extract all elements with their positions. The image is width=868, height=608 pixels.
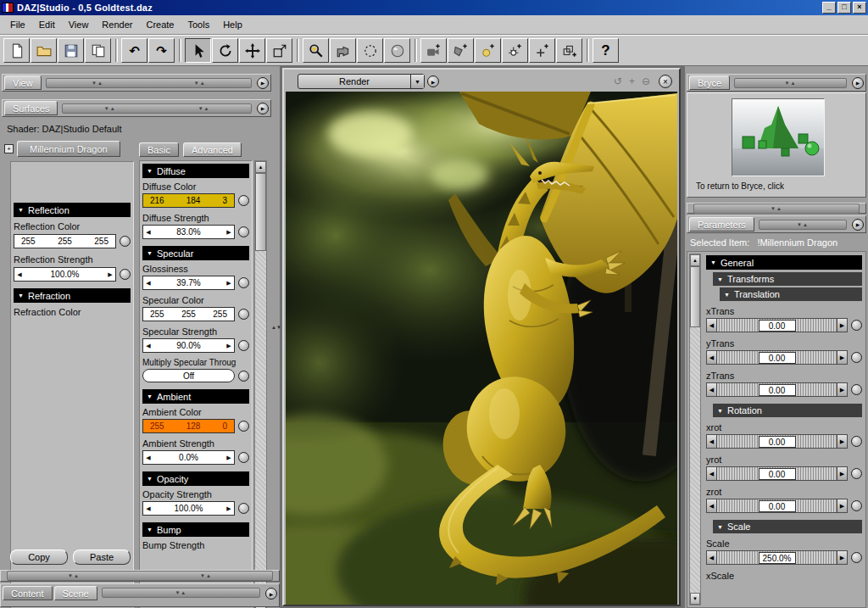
ambient-section-header[interactable]: ▼ Ambient	[142, 389, 249, 404]
primitive-sphere-tool-button[interactable]	[384, 38, 410, 63]
rotation-section-header[interactable]: ▼ Rotation	[713, 404, 862, 417]
specular-color-swatch[interactable]: 255 255 255	[142, 307, 235, 321]
slider-left-icon[interactable]: ◀	[706, 350, 717, 365]
scrollbar-thumb[interactable]	[255, 173, 266, 251]
scale-section-header[interactable]: ▼ Scale	[713, 520, 862, 533]
slider-right-icon[interactable]: ▶	[837, 434, 848, 449]
create-point-light-button[interactable]	[502, 38, 528, 63]
new-scene-button[interactable]	[3, 38, 30, 63]
copy-surface-button[interactable]: Copy	[10, 549, 68, 565]
parameters-panel-arrow-button[interactable]: ▶	[852, 219, 864, 231]
opacity-strength-slider[interactable]: ◀ 100.0% ▶	[142, 501, 235, 516]
node-selection-tool-button[interactable]	[185, 38, 211, 63]
lasso-tool-button[interactable]	[357, 38, 383, 63]
ambient-strength-slider[interactable]: ◀ 0.0% ▶	[142, 450, 235, 465]
scroll-up-icon[interactable]: ▲	[690, 254, 700, 266]
tab-advanced[interactable]: Advanced	[183, 142, 242, 157]
menu-help[interactable]: Help	[216, 17, 249, 32]
menu-file[interactable]: File	[3, 17, 32, 32]
ambient-strength-options-button[interactable]	[238, 452, 249, 463]
rotate-tool-button[interactable]	[212, 38, 238, 63]
panel-splitter-handle[interactable]: ▲▼	[271, 326, 278, 330]
slider-right-icon[interactable]: ▶	[224, 455, 234, 461]
maximize-button[interactable]: □	[837, 2, 851, 14]
slider-track[interactable]: 0.00	[717, 466, 837, 481]
parameters-panel-grip[interactable]: ▼▲	[759, 220, 847, 230]
zrot-slider[interactable]: ◀ 0.00 ▶	[706, 499, 862, 513]
slider-right-icon[interactable]: ▶	[105, 271, 115, 278]
menu-view[interactable]: View	[62, 17, 96, 32]
surfaces-panel-grip[interactable]: ▼▲ ▼▲	[62, 103, 252, 114]
tab-view[interactable]: View	[4, 75, 42, 90]
slider-right-icon[interactable]: ▶	[837, 350, 848, 365]
redo-button[interactable]: ↷	[148, 38, 175, 63]
slider-left-icon[interactable]: ◀	[706, 382, 717, 397]
reflection-strength-slider[interactable]: ◀ 100.0% ▶	[14, 267, 116, 282]
open-scene-button[interactable]	[31, 38, 57, 63]
bottom-grip[interactable]: ▼▲ ▼▲	[7, 571, 273, 581]
diffuse-strength-options-button[interactable]	[238, 226, 249, 237]
refraction-section-header[interactable]: ▼ Refraction	[14, 288, 131, 303]
general-section-header[interactable]: ▼ General	[706, 255, 862, 270]
ytrans-options-button[interactable]	[851, 352, 862, 363]
slider-track[interactable]: 0.00	[717, 350, 837, 365]
create-group-button[interactable]	[556, 38, 582, 63]
bryce-thumbnail[interactable]	[732, 98, 825, 176]
ytrans-slider[interactable]: ◀ 0.00 ▶	[706, 350, 862, 365]
translate-tool-button[interactable]	[239, 38, 265, 63]
menu-edit[interactable]: Edit	[32, 17, 62, 32]
close-button[interactable]: ×	[853, 2, 866, 14]
zrot-options-button[interactable]	[851, 500, 862, 511]
create-null-button[interactable]	[529, 38, 555, 63]
tab-parameters[interactable]: Parameters	[689, 217, 754, 231]
specular-section-header[interactable]: ▼ Specular	[142, 246, 249, 260]
menu-tools[interactable]: Tools	[181, 17, 216, 32]
slider-track[interactable]: 0.00	[717, 434, 837, 449]
opacity-strength-options-button[interactable]	[238, 503, 249, 514]
xtrans-slider[interactable]: ◀ 0.00 ▶	[706, 318, 862, 332]
tab-surfaces[interactable]: Surfaces	[4, 101, 58, 115]
slider-right-icon[interactable]: ▶	[837, 550, 848, 565]
copy-button[interactable]	[85, 38, 111, 63]
params-grip[interactable]: ▼▲	[693, 204, 860, 214]
view-mode-combo[interactable]: Render ▼	[298, 74, 425, 89]
slider-track[interactable]: 0.00	[717, 499, 837, 513]
slider-left-icon[interactable]: ◀	[143, 343, 153, 349]
menu-create[interactable]: Create	[139, 17, 181, 32]
bryce-panel-arrow-button[interactable]: ▶	[852, 77, 864, 89]
reflection-color-swatch[interactable]: 255 255 255	[14, 234, 116, 248]
ambient-color-swatch[interactable]: 255 128 0	[142, 419, 235, 433]
diffuse-color-swatch[interactable]: 216 184 3	[142, 193, 235, 208]
slider-right-icon[interactable]: ▶	[224, 343, 234, 349]
multiply-specular-options-button[interactable]	[238, 371, 249, 382]
specular-strength-options-button[interactable]	[238, 340, 249, 351]
view-panel-arrow-button[interactable]: ▶	[257, 77, 269, 89]
slider-right-icon[interactable]: ▶	[837, 382, 848, 397]
bottom-tabs-grip[interactable]: ▼▲	[102, 588, 260, 598]
minimize-button[interactable]: _	[822, 2, 836, 14]
bryce-panel-grip[interactable]: ▼▲	[734, 78, 847, 88]
spot-render-tool-button[interactable]	[303, 38, 329, 63]
slider-left-icon[interactable]: ◀	[143, 229, 153, 236]
render-canvas[interactable]	[286, 92, 677, 605]
slider-left-icon[interactable]: ◀	[143, 455, 153, 461]
multiply-specular-toggle[interactable]: Off	[142, 369, 235, 382]
orbit-icon[interactable]: ↺	[614, 75, 622, 87]
tab-content[interactable]: Content	[3, 586, 53, 600]
glossiness-slider[interactable]: ◀ 39.7% ▶	[142, 276, 235, 290]
save-scene-button[interactable]	[58, 38, 84, 63]
slider-left-icon[interactable]: ◀	[706, 434, 717, 449]
ztrans-options-button[interactable]	[851, 384, 862, 395]
diffuse-color-options-button[interactable]	[238, 195, 249, 206]
xtrans-options-button[interactable]	[851, 320, 862, 331]
bottom-tabs-arrow-button[interactable]: ▶	[265, 588, 277, 600]
yrot-options-button[interactable]	[851, 468, 862, 479]
menu-render[interactable]: Render	[95, 17, 139, 32]
help-button[interactable]: ?	[593, 38, 619, 63]
scale-tool-button[interactable]	[266, 38, 292, 63]
tab-scene[interactable]: Scene	[54, 586, 97, 600]
translation-section-header[interactable]: ▼ Translation	[720, 287, 862, 301]
scroll-up-icon[interactable]: ▲	[255, 161, 266, 173]
slider-left-icon[interactable]: ◀	[14, 271, 25, 278]
scroll-down-icon[interactable]: ▼	[690, 593, 700, 605]
